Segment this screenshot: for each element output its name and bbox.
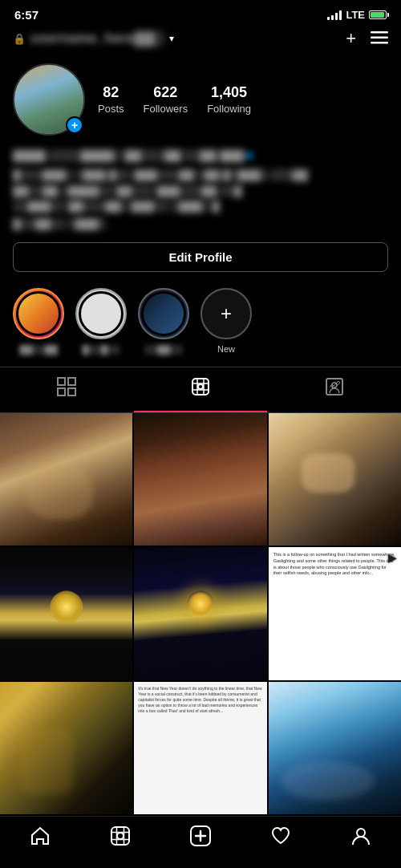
highlight-label-2: ▓▒▒▓▒▒ [77,344,125,354]
highlight-add-circle: + [200,288,252,339]
time: 6:57 [14,8,38,22]
grid-cell-3[interactable] [269,413,401,546]
lock-icon: 🔒 [13,33,26,45]
tagged-icon [325,377,344,401]
svg-rect-7 [192,379,209,395]
highlight-circle-1 [13,288,64,339]
svg-rect-1 [371,37,388,39]
tab-reels[interactable] [134,367,268,412]
nav-reels[interactable] [80,825,160,851]
highlight-add-label: New [202,344,250,354]
reel-badge-icon: ▶ [388,551,397,564]
bio-line-3: ▒▒▓▓▓▒▒ ▓▓▒▒▒▓▓▒ ▓▓▓▒▒ ▒▓▓▓▒ ▓ [13,198,388,214]
grid-cell-9[interactable] [269,682,401,814]
followers-count: 622 [144,84,188,101]
grid-icon [57,377,76,401]
highlight-item-3[interactable]: ▒▒▓▓▒▒ [138,288,189,354]
svg-point-16 [117,833,124,839]
add-story-button[interactable]: + [66,116,83,134]
home-icon [30,825,51,851]
heart-icon [270,825,291,851]
svg-rect-2 [371,42,388,44]
profile-icon [350,825,371,851]
username-display: username_here▓▓▒ [30,30,164,47]
grid-cell-5[interactable] [134,547,266,679]
svg-rect-0 [371,31,388,34]
bottom-nav [0,816,401,868]
highlight-add[interactable]: + New [200,288,252,354]
following-count: 1,405 [207,84,251,101]
bio-section: ▓▓▓▓ ▒▒▒▒▓▓▓▓▒ ▓▓▒▒▒▓▓ ▒▒▓▓ ▓▓▓ ▓▒▒▒▓▓▓▒… [0,145,401,242]
grid-cell-8[interactable]: It's true that New Year doesn't do anyth… [134,682,266,814]
bio-line-4: ▓▒▒▓▓▒▒ ▒▓▓▓▒ [13,216,388,232]
svg-rect-4 [68,378,75,385]
svg-rect-6 [68,388,75,395]
nav-profile[interactable] [321,825,401,851]
highlight-label-1: ▓▓▒▒▓▓ [14,344,63,354]
svg-rect-3 [58,378,65,385]
add-icon [189,825,212,852]
posts-label: Posts [98,103,124,115]
followers-label: Followers [144,103,188,115]
posts-count: 82 [98,84,124,101]
nav-likes[interactable] [241,825,321,851]
post-text-2: It's true that New Year doesn't do anyth… [138,686,262,714]
posts-stat: 82 Posts [98,84,124,116]
grid-cell-1[interactable] [0,413,132,546]
following-label: Following [207,103,251,115]
add-highlight-plus-icon: + [221,302,232,325]
nav-reels-icon [110,825,131,851]
battery-icon [369,10,387,19]
following-stat[interactable]: 1,405 Following [207,84,251,116]
svg-rect-5 [58,388,65,395]
highlight-circle-2 [75,288,127,339]
status-right: LTE [327,9,387,21]
status-bar: 6:57 LTE [0,0,401,26]
nav-home[interactable] [0,825,80,851]
profile-info: + 82 Posts 622 Followers 1,405 Following [0,55,401,145]
grid-cell-2[interactable] [134,413,266,546]
tab-tagged[interactable] [267,367,401,412]
username-area: 🔒 username_here▓▓▒ ▾ [13,30,174,47]
signal-icon [327,10,342,20]
svg-rect-15 [111,827,129,845]
highlight-circle-3 [138,288,189,339]
menu-button[interactable] [371,30,388,47]
edit-profile-button[interactable]: Edit Profile [13,242,388,272]
highlight-item-2[interactable]: ▓▒▒▓▒▒ [75,288,127,354]
reels-icon [191,377,210,401]
tabs-row [0,367,401,413]
grid-cell-4[interactable] [0,547,132,679]
stats-row: 82 Posts 622 Followers 1,405 Following [98,84,251,116]
highlight-item-1[interactable]: ▓▓▒▒▓▓ [13,288,64,354]
nav-add[interactable] [160,825,241,852]
followers-stat[interactable]: 622 Followers [144,84,188,116]
tab-grid[interactable] [0,367,134,412]
post-text-1: This is a follow-up on something that I … [273,552,396,577]
header-actions: + [346,30,388,47]
bio-text: ▓▓▓▓ ▒▒▒▒▓▓▓▓▒ ▓▓▒▒▒▓▓ ▒▒▓▓ ▓▓▓ [13,147,388,164]
bio-line-1: ▓▒▒▒▓▓▓▒ ▒▓▓▓ ▓▒▒ ▓▓▓▒▒▒▓▓ ▒▓▓ ▓▒▓▓▓▒ ▒▒… [13,167,388,183]
top-header: 🔒 username_here▓▓▒ ▾ + [0,26,401,55]
svg-point-24 [357,829,365,837]
bio-line-2: ▓▓▒▒▓▓ ▒▓▓▓▓▒▒ ▓▓▒▒▒ ▓▓▓▒▒▒▓▓ ▒▒▓ [13,183,388,199]
dropdown-arrow-icon[interactable]: ▾ [169,33,174,44]
svg-point-8 [198,384,203,389]
lte-label: LTE [346,9,365,21]
grid-cell-6[interactable]: This is a follow-up on something that I … [269,547,401,679]
avatar-wrap: + [13,63,85,136]
grid-cell-7[interactable] [0,682,132,814]
highlights-row: ▓▓▒▒▓▓ ▓▒▒▓▒▒ ▒▒▓▓▒▒ + New [0,285,401,367]
highlight-label-3: ▒▒▓▓▒▒ [140,344,188,354]
add-button[interactable]: + [346,30,356,47]
posts-grid: This is a follow-up on something that I … [0,413,401,814]
svg-rect-13 [326,379,342,395]
